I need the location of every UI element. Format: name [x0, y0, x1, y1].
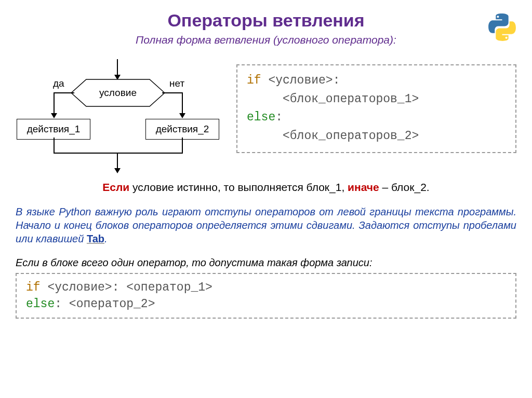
else-word: иначе — [348, 181, 379, 193]
code-indent — [247, 92, 283, 106]
code-indent2 — [247, 129, 283, 143]
paragraph-post: . — [104, 233, 108, 244]
code-block-full: if <условие>: <блок_операторов_1> else: … — [236, 64, 516, 153]
code-condition: <условие>: — [261, 74, 340, 87]
page-title: Операторы ветвления — [16, 10, 516, 31]
if-keyword2: if — [26, 281, 41, 294]
code2-op2: <оператор_2> — [69, 297, 155, 311]
code2-cond: <условие>: — [41, 281, 127, 294]
short-form-note: Если в блоке всего один оператор, то доп… — [16, 257, 516, 269]
explain-tail: – блок_2. — [379, 181, 430, 193]
explanation-text: Если условие истинно, то выполняется бло… — [16, 181, 516, 194]
indent-paragraph: В языке Python важную роль играют отступ… — [16, 205, 516, 245]
action1-node: действия_1 — [17, 119, 90, 140]
if-word: Если — [102, 181, 129, 193]
explain-mid: условие истинно, то выполняется блок_1, — [129, 181, 348, 193]
tab-key: Tab — [87, 233, 104, 244]
action2-node: действия_2 — [145, 119, 219, 140]
else-keyword: else — [247, 111, 275, 124]
if-keyword: if — [247, 74, 261, 87]
code-block-short: if <условие>: <оператор_1> else: <операт… — [16, 273, 516, 319]
flowchart-diagram: условие да нет действия_1 действия_2 — [16, 59, 221, 173]
subtitle: Полная форма ветвления (условного операт… — [16, 34, 516, 46]
code-colon: : — [275, 111, 283, 124]
no-label: нет — [169, 78, 184, 89]
code-block2: <блок_операторов_2> — [283, 129, 419, 143]
condition-node: условие — [71, 79, 165, 107]
python-logo-icon — [485, 10, 519, 44]
code2-op1: <оператор_1> — [126, 281, 212, 294]
yes-label: да — [53, 78, 64, 89]
code2-colon: : — [55, 297, 69, 311]
else-keyword2: else — [26, 297, 55, 311]
code-block1: <блок_операторов_1> — [283, 92, 419, 106]
